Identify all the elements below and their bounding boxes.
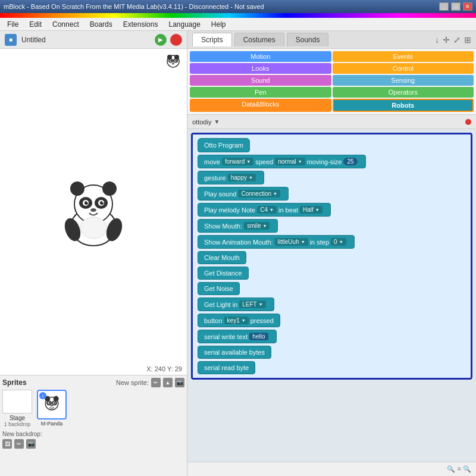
- backdrop-image-icon[interactable]: 🖼: [2, 439, 12, 449]
- cat-motion[interactable]: Motion: [190, 51, 331, 62]
- block-button[interactable]: button key1 pressed: [198, 314, 280, 327]
- block-play-sound[interactable]: Play sound Connection: [198, 187, 289, 201]
- sprite-thumb-mpanda[interactable]: i: [37, 390, 67, 419]
- block-otto-program[interactable]: Otto Program: [198, 138, 250, 152]
- menu-connect[interactable]: Connect: [48, 19, 84, 30]
- block-clear-mouth[interactable]: Clear Mouth: [198, 251, 246, 264]
- svg-point-2: [70, 181, 84, 196]
- cat-data[interactable]: Data&Blocks: [190, 99, 331, 112]
- backdrop-draw-icon[interactable]: ✏: [14, 439, 24, 449]
- cat-robots[interactable]: Robots: [333, 99, 474, 112]
- cat-events[interactable]: Events: [333, 51, 474, 62]
- block-get-noise[interactable]: Get Noise: [198, 282, 240, 295]
- title-bar: mBlock - Based On Scratch From the MIT M…: [0, 0, 476, 13]
- minimize-button[interactable]: _: [439, 2, 449, 11]
- menu-language[interactable]: Language: [164, 19, 205, 30]
- menu-boards[interactable]: Boards: [85, 19, 117, 30]
- backdrop-camera-icon[interactable]: 📷: [26, 439, 36, 449]
- block-light-direction[interactable]: LEFT: [239, 300, 265, 308]
- tab-scripts[interactable]: Scripts: [192, 33, 232, 46]
- add-sprite-upload[interactable]: ▲: [163, 378, 173, 387]
- cat-looks[interactable]: Looks: [190, 63, 331, 74]
- svg-point-15: [80, 217, 107, 239]
- bottom-controls: 🔍 = 🔍: [187, 462, 476, 476]
- block-serial-write[interactable]: serial write text hello: [198, 330, 277, 343]
- block-move[interactable]: move forward speed normal moving-size 25: [198, 155, 366, 168]
- sprites-container: Stage 1 backdrop i: [2, 390, 184, 427]
- block-beat[interactable]: Half: [300, 206, 322, 214]
- cat-sound[interactable]: Sound: [190, 75, 331, 86]
- blocks-container: Otto Program move forward speed normal m…: [191, 133, 472, 380]
- new-backdrop-label: New backdrop:: [2, 431, 184, 437]
- block-label-otto-program: Otto Program: [204, 142, 243, 149]
- sprite-info-dot: i: [39, 392, 46, 399]
- left-panel: ■ Untitled ▶: [0, 31, 187, 476]
- add-sprite-draw[interactable]: ✏: [151, 378, 161, 387]
- ottodiy-status-dot: [465, 119, 471, 125]
- stage-title: Untitled: [21, 36, 46, 44]
- block-get-light[interactable]: Get Light in LEFT: [198, 298, 274, 311]
- menu-file[interactable]: File: [2, 19, 23, 30]
- cat-control[interactable]: Control: [333, 63, 474, 74]
- block-step[interactable]: 0: [331, 238, 346, 246]
- color-bar: [0, 13, 476, 18]
- icon-resize[interactable]: ✛: [443, 35, 450, 45]
- block-sound-name[interactable]: Connection: [238, 190, 280, 198]
- title-bar-buttons: _ □ ✕: [439, 2, 472, 11]
- menu-extensions[interactable]: Extensions: [118, 19, 163, 30]
- stage-header: ■ Untitled ▶: [0, 31, 187, 49]
- zoom-controls[interactable]: 🔍 = 🔍: [447, 465, 471, 473]
- script-area: ottodiy ▼ Otto Program move forward spee…: [187, 115, 476, 476]
- block-show-animation-mouth[interactable]: Show Animation Mouth: littleUuh in step …: [198, 235, 355, 249]
- svg-point-28: [54, 396, 59, 402]
- stage-area: X: 240 Y: 29: [0, 49, 187, 375]
- svg-point-34: [54, 402, 56, 404]
- block-mouth-type[interactable]: smile: [244, 222, 270, 230]
- svg-point-3: [102, 181, 117, 196]
- new-sprite-label: New sprite:: [116, 379, 149, 386]
- block-serial-available[interactable]: serial available bytes: [198, 346, 271, 359]
- cat-pen[interactable]: Pen: [190, 87, 331, 98]
- block-show-mouth[interactable]: Show Mouth: smile: [198, 219, 278, 233]
- block-get-distance[interactable]: Get Distance: [198, 267, 249, 280]
- panda-small-icon: [164, 54, 182, 71]
- stage-icon: ■: [5, 34, 17, 46]
- block-button-key[interactable]: key1: [224, 317, 249, 324]
- tab-costumes[interactable]: Costumes: [234, 33, 284, 46]
- svg-point-35: [51, 405, 54, 406]
- block-note[interactable]: C4: [257, 206, 277, 214]
- backdrop-label: 1 backdrop: [4, 421, 31, 427]
- block-move-direction[interactable]: forward: [222, 158, 253, 165]
- block-serial-text-value[interactable]: hello: [249, 333, 268, 340]
- icon-add-sprite[interactable]: ↓: [435, 35, 439, 45]
- green-flag-button[interactable]: ▶: [155, 34, 167, 46]
- stage-sprite-box[interactable]: [2, 390, 32, 414]
- svg-point-10: [87, 201, 89, 203]
- blocks-scroll[interactable]: Otto Program move forward speed normal m…: [187, 129, 476, 462]
- block-animation-type[interactable]: littleUuh: [275, 238, 308, 246]
- block-move-size[interactable]: 25: [343, 158, 357, 165]
- cat-operators[interactable]: Operators: [333, 87, 474, 98]
- palette-categories: Motion Events Looks Control Sound Sensin…: [187, 49, 476, 115]
- new-sprite-area: New sprite: ✏ ▲ 📷: [116, 378, 184, 387]
- svg-point-23: [170, 60, 171, 61]
- close-button[interactable]: ✕: [463, 2, 472, 11]
- sprites-panel: Sprites New sprite: ✏ ▲ 📷 Stage 1 backdr…: [0, 375, 187, 476]
- stop-button[interactable]: [170, 34, 182, 46]
- icon-grid[interactable]: ⊞: [464, 35, 471, 45]
- svg-point-11: [102, 201, 104, 203]
- menu-help[interactable]: Help: [206, 19, 231, 30]
- icon-fullscreen[interactable]: ⤢: [453, 35, 461, 45]
- add-sprite-camera[interactable]: 📷: [175, 378, 184, 387]
- menu-edit[interactable]: Edit: [24, 19, 46, 30]
- sprite-mpanda[interactable]: i: [37, 390, 67, 427]
- block-gesture-type[interactable]: happy: [228, 174, 256, 181]
- block-serial-read[interactable]: serial read byte: [198, 361, 255, 374]
- maximize-button[interactable]: □: [451, 2, 461, 11]
- block-gesture[interactable]: gesture happy: [198, 171, 264, 184]
- block-move-speed[interactable]: normal: [275, 158, 305, 165]
- cat-sensing[interactable]: Sensing: [333, 75, 474, 86]
- tab-sounds[interactable]: Sounds: [287, 33, 329, 46]
- title-bar-text: mBlock - Based On Scratch From the MIT M…: [4, 3, 264, 10]
- block-play-melody[interactable]: Play melody Note C4 in beat Half: [198, 203, 331, 217]
